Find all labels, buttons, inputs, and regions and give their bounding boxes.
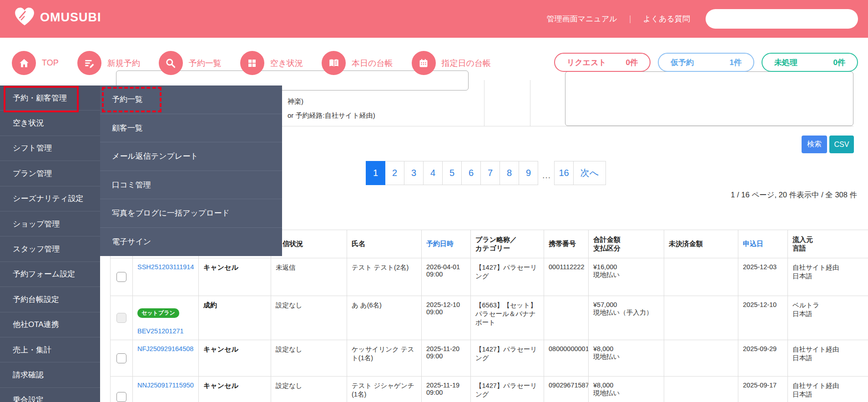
home-icon bbox=[12, 51, 36, 75]
cell-apply-date: 2025-12-03 bbox=[738, 258, 788, 296]
cell-plan: 【1427】パラセーリング bbox=[471, 258, 544, 296]
cell-source: 自社サイト経由 日本語 bbox=[788, 377, 868, 402]
header-separator: ｜ bbox=[626, 14, 634, 24]
page-button-2[interactable]: 2 bbox=[385, 161, 404, 185]
page-button-1[interactable]: 1 bbox=[366, 161, 385, 185]
nav-label-today-ledger: 本日の台帳 bbox=[352, 58, 393, 69]
cell-name: テスト テスト(2名) bbox=[347, 258, 422, 296]
provisional-count-badge[interactable]: 仮予約 1件 bbox=[658, 53, 754, 72]
nav-label-availability: 空き状況 bbox=[270, 58, 303, 69]
sidebar-item-seasonality-settings[interactable]: シーズナリティ設定 bbox=[0, 186, 100, 211]
page-button-9[interactable]: 9 bbox=[519, 161, 538, 185]
nav-item-new-reservation[interactable]: 新規予約 bbox=[77, 51, 140, 75]
manual-link[interactable]: 管理画面マニュアル bbox=[547, 14, 617, 24]
reservation-id-link[interactable]: BEV251201271 bbox=[137, 327, 184, 335]
unprocessed-count-badge[interactable]: 未処理 0件 bbox=[762, 53, 858, 72]
unprocessed-badge-count: 0件 bbox=[833, 57, 845, 68]
cell-reservation-id: SSH251203111914 bbox=[133, 258, 199, 296]
cell-reply-status: 設定なし bbox=[271, 296, 347, 340]
cell-reply-status: 設定なし bbox=[271, 340, 347, 377]
submenu-item-reservation-list[interactable]: 予約一覧 bbox=[100, 85, 282, 114]
sidebar-item-availability[interactable]: 空き状況 bbox=[0, 111, 100, 136]
provisional-badge-count: 1件 bbox=[730, 57, 742, 68]
request-count-badge[interactable]: リクエスト 0件 bbox=[554, 53, 651, 72]
sidebar-item-ledger-settings[interactable]: 予約台帳設定 bbox=[0, 287, 100, 312]
sidebar-item-shared-ride-settings[interactable]: 乗合設定 bbox=[0, 388, 100, 402]
nav-item-reservation-list[interactable]: 予約一覧 bbox=[159, 51, 222, 75]
page-button-3[interactable]: 3 bbox=[404, 161, 424, 185]
nav-item-availability[interactable]: 空き状況 bbox=[240, 51, 303, 75]
cell-unpaid bbox=[664, 377, 738, 402]
cell-plan: 【1427】パラセーリング bbox=[471, 377, 544, 402]
sidebar-item-shop-management[interactable]: ショップ管理 bbox=[0, 211, 100, 236]
cell-source: 自社サイト経由 日本語 bbox=[788, 258, 868, 296]
cell-name: あ あ(6名) bbox=[347, 296, 422, 340]
cell-plan: 【1427】パラセーリング bbox=[471, 340, 544, 377]
header-apply-date-sort[interactable]: 申込日 bbox=[738, 230, 788, 258]
sidebar-item-reservation-form-settings[interactable]: 予約フォーム設定 bbox=[0, 262, 100, 287]
nav-label-top: TOP bbox=[42, 58, 59, 68]
next-page-button[interactable]: 次へ bbox=[573, 161, 606, 185]
admin-screen: OMUSUBI 管理画面マニュアル ｜ よくある質問 TOP 新規予約 bbox=[0, 0, 868, 402]
row-checkbox-disabled bbox=[116, 313, 126, 323]
set-plan-badge: セットプラン bbox=[137, 308, 179, 318]
cell-phone: 0001112222 bbox=[544, 258, 589, 296]
cell-status: キャンセル bbox=[199, 258, 271, 296]
sidebar-item-staff-management[interactable]: スタッフ管理 bbox=[0, 236, 100, 261]
row-checkbox[interactable] bbox=[116, 353, 126, 363]
header-reservation-datetime-sort[interactable]: 予約日時 bbox=[422, 230, 471, 258]
page-ellipsis: … bbox=[539, 161, 554, 185]
app-header: OMUSUBI 管理画面マニュアル ｜ よくある質問 bbox=[0, 0, 868, 38]
cell-checkbox bbox=[111, 377, 133, 402]
pagination: 1 2 3 4 5 6 7 8 9 … 16 次へ bbox=[366, 161, 606, 185]
filter-input-right[interactable] bbox=[565, 71, 853, 126]
submenu-item-mail-reply-template[interactable]: メール返信テンプレート bbox=[100, 142, 282, 171]
page-button-7[interactable]: 7 bbox=[480, 161, 500, 185]
submenu-item-photo-blog-upload[interactable]: 写真をブログに一括アップロード bbox=[100, 199, 282, 228]
search-button[interactable]: 検索 bbox=[802, 136, 827, 153]
cell-amount: ¥8,000 現地払い bbox=[589, 377, 664, 402]
availability-grid-icon bbox=[240, 51, 264, 75]
logo[interactable]: OMUSUBI bbox=[14, 6, 101, 29]
page-button-5[interactable]: 5 bbox=[442, 161, 462, 185]
row-checkbox[interactable] bbox=[116, 272, 126, 282]
csv-export-button[interactable]: CSV bbox=[829, 136, 854, 153]
cell-unpaid bbox=[664, 296, 738, 340]
request-badge-count: 0件 bbox=[626, 57, 638, 68]
request-badge-label: リクエスト bbox=[567, 57, 606, 68]
filter-cell-divider-2 bbox=[530, 80, 530, 126]
sidebar-item-reservation-customer-management[interactable]: 予約・顧客管理 bbox=[0, 85, 100, 111]
cell-source: ベルトラ 日本語 bbox=[788, 296, 868, 340]
reservation-id-link[interactable]: SSH251203111914 bbox=[137, 263, 194, 271]
reservation-id-link[interactable]: NNJ250917115950 bbox=[137, 382, 194, 389]
submenu-item-review-management[interactable]: 口コミ管理 bbox=[100, 171, 282, 200]
page-button-8[interactable]: 8 bbox=[500, 161, 519, 185]
header-search-input[interactable] bbox=[706, 9, 858, 29]
cell-checkbox bbox=[111, 258, 133, 296]
page-button-4[interactable]: 4 bbox=[423, 161, 443, 185]
reservation-id-link[interactable]: NFJ250929164508 bbox=[137, 345, 193, 352]
sidebar-item-shift-management[interactable]: シフト管理 bbox=[0, 136, 100, 161]
filter-condition-partial-1: 神楽) bbox=[288, 97, 303, 106]
page-button-6[interactable]: 6 bbox=[461, 161, 481, 185]
cell-reply-status: 未返信 bbox=[271, 258, 347, 296]
sidebar-item-plan-management[interactable]: プラン管理 bbox=[0, 161, 100, 186]
logo-text: OMUSUBI bbox=[40, 10, 101, 25]
cell-amount: ¥57,000 現地払い（手入力） bbox=[589, 296, 664, 340]
cell-name: テスト ジシャゲンチ(1名) bbox=[347, 377, 422, 402]
page-button-16[interactable]: 16 bbox=[554, 161, 574, 185]
sidebar-item-sales-aggregation[interactable]: 売上・集計 bbox=[0, 337, 100, 362]
nav-item-top[interactable]: TOP bbox=[12, 51, 59, 75]
faq-link[interactable]: よくある質問 bbox=[643, 14, 690, 24]
nav-item-date-ledger[interactable]: 指定日の台帳 bbox=[412, 51, 491, 75]
calendar-icon bbox=[412, 51, 436, 75]
nav-item-today-ledger[interactable]: 本日の台帳 bbox=[322, 51, 393, 75]
submenu-item-electronic-signature[interactable]: 電子サイン bbox=[100, 228, 282, 256]
row-checkbox[interactable] bbox=[116, 392, 126, 402]
cell-reservation-datetime: 2025-11-19 09:00 bbox=[422, 377, 471, 402]
new-reservation-icon bbox=[77, 51, 101, 75]
sidebar-item-billing-confirmation[interactable]: 請求確認 bbox=[0, 362, 100, 387]
cell-apply-date: 2025-09-17 bbox=[738, 377, 788, 402]
sidebar-item-ota-integration[interactable]: 他社OTA連携 bbox=[0, 312, 100, 337]
submenu-item-customer-list[interactable]: 顧客一覧 bbox=[100, 114, 282, 143]
